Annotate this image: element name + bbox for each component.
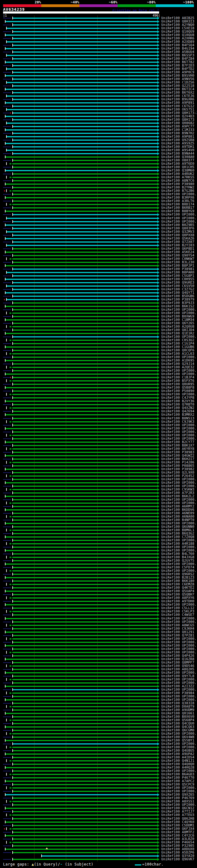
hit-label[interactable]: UniRef100_A2YNQ0 [161,23,197,27]
alignment-bar[interactable] [5,387,157,388]
alignment-bar[interactable] [7,136,157,137]
alignment-bar[interactable] [5,89,157,90]
hit-label[interactable]: UniRef100_UPI000.. [161,498,197,501]
hit-label[interactable]: UniRef100_Q4CQU0 [161,722,197,725]
hit-label[interactable]: UniRef100_Q96VK7 [161,858,197,861]
alignment-bar[interactable] [12,842,157,843]
hit-label[interactable]: UniRef100_A8Q2H5 [161,668,197,671]
alignment-bar[interactable] [5,482,157,484]
alignment-bar[interactable] [7,55,157,56]
hit-label[interactable]: UniRef100_UPI000.. [161,522,197,525]
alignment-bar[interactable] [12,530,157,531]
alignment-bar[interactable] [13,31,157,32]
hit-label[interactable]: UniRef100_Q4Q0Q0 [161,763,197,766]
alignment-bar[interactable] [13,418,157,419]
alignment-bar[interactable] [5,238,157,239]
alignment-bar[interactable] [12,720,157,721]
alignment-bar[interactable] [12,597,157,598]
alignment-bar[interactable] [13,547,157,548]
alignment-bar[interactable] [12,611,157,612]
alignment-bar[interactable] [12,543,157,545]
alignment-bar[interactable] [12,570,157,571]
alignment-bar[interactable] [5,143,157,144]
alignment-bar[interactable] [13,628,157,629]
hit-label[interactable]: UniRef100_UPI000.. [161,678,197,681]
hit-label[interactable]: UniRef100_B8N513 [161,416,197,420]
hit-label[interactable]: UniRef100_Q7ZX07 [161,240,197,244]
alignment-bar[interactable] [5,428,157,429]
hit-label[interactable]: UniRef100_B9SVH0 [161,74,197,77]
alignment-bar[interactable] [5,414,157,415]
alignment-bar[interactable] [12,489,157,490]
hit-label[interactable]: UniRef100_A4IDS4 [161,755,197,759]
hit-label[interactable]: UniRef100_P38984 [161,691,197,695]
hit-label[interactable]: UniRef100_UPI000.. [161,671,197,674]
alignment-bar[interactable] [13,798,157,799]
hit-label[interactable]: UniRef100_B6T782 [161,60,197,64]
hit-label[interactable]: UniRef100_B4FSQ4 [161,43,197,47]
alignment-bar[interactable] [12,258,157,259]
hit-label[interactable]: UniRef100_A7F2R3 [161,491,197,495]
alignment-bar[interactable] [13,228,157,229]
hit-label[interactable]: UniRef100_Q08682 [161,121,197,125]
hit-label[interactable]: UniRef100_UPI000.. [161,651,197,654]
hit-label[interactable]: UniRef100_A9NV56 [161,77,197,81]
alignment-bar[interactable] [5,441,157,443]
hit-label[interactable]: UniRef100_O80377 [161,159,197,162]
alignment-bar[interactable] [13,655,157,656]
alignment-bar[interactable] [7,272,157,273]
alignment-bar[interactable] [5,523,157,524]
alignment-bar[interactable] [13,105,157,107]
hit-label[interactable]: UniRef100_C3Z7G2 [161,287,197,291]
alignment-bar[interactable] [13,356,157,358]
hit-label[interactable]: UniRef100_Q6CN12 [161,806,197,810]
alignment-bar[interactable] [13,560,157,561]
alignment-bar[interactable] [13,282,157,283]
alignment-bar[interactable] [5,794,157,795]
hit-label[interactable]: UniRef100_C4Y2C6 [161,834,197,837]
hit-label[interactable]: UniRef100_Q55BY1 [161,739,197,742]
alignment-bar[interactable] [5,48,157,49]
hit-label[interactable]: UniRef100_Q96RS2 [161,572,197,576]
hit-label[interactable]: UniRef100_P38980 [161,182,197,186]
alignment-bar[interactable] [5,753,157,755]
hit-label[interactable]: UniRef100_UPI000.. [161,213,197,216]
hit-label[interactable]: UniRef100_Q803F6 [161,227,197,230]
hit-label[interactable]: UniRef100_Q9D546 [161,664,197,668]
alignment-bar[interactable] [13,173,157,175]
alignment-bar[interactable] [7,285,157,287]
alignment-bar[interactable] [13,92,157,93]
hit-label[interactable]: UniRef100_B6K2L2 [161,495,197,498]
alignment-bar[interactable] [13,737,157,738]
alignment-bar[interactable] [5,550,157,551]
alignment-bar[interactable] [13,377,157,378]
hit-label[interactable]: UniRef100_UPI000.. [161,308,197,311]
hit-label[interactable]: UniRef100_C1GUB6 [161,345,197,348]
hit-label[interactable]: UniRef100_UPI000.. [161,745,197,749]
hit-label[interactable]: UniRef100_UPI000.. [161,620,197,623]
hit-label[interactable]: UniRef100_C0H955 [161,277,197,281]
alignment-bar[interactable] [12,706,157,707]
hit-label[interactable]: UniRef100_P38981 [161,267,197,271]
alignment-bar[interactable] [13,777,157,778]
hit-label[interactable]: UniRef100_B8PJP1 [161,264,197,267]
hit-label[interactable]: UniRef100_Q4QY71 [161,291,197,294]
alignment-bar[interactable] [7,123,157,124]
alignment-bar[interactable] [12,814,157,816]
alignment-bar[interactable] [13,818,157,819]
hit-label[interactable]: UniRef100_C6TEJ6 [161,94,197,98]
alignment-bar[interactable] [13,567,157,568]
alignment-bar[interactable] [12,313,157,314]
alignment-bar[interactable] [12,679,157,680]
alignment-bar[interactable] [13,689,157,690]
hit-label[interactable]: UniRef100_B6DDV6 [161,508,197,512]
hit-label[interactable]: UniRef100_Q0PXX8 [161,234,197,237]
hit-label[interactable]: UniRef100_UPI000.. [161,369,197,372]
hit-label[interactable]: UniRef100_B4L760 [161,552,197,555]
alignment-bar[interactable] [12,326,157,327]
hit-label[interactable]: UniRef100_A9S4V0 [161,148,197,152]
hit-label[interactable]: UniRef100_UPI000.. [161,393,197,396]
alignment-bar[interactable] [13,85,157,87]
hit-label[interactable]: UniRef100_A8N7C6 [161,179,197,182]
hit-label[interactable]: UniRef100_UPI000.. [161,698,197,702]
